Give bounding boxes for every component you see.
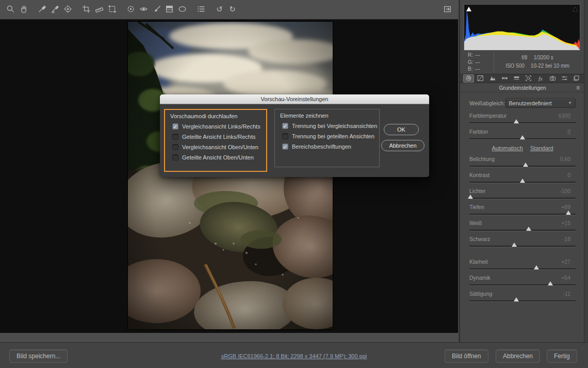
checkbox-checked-icon[interactable]: ✓ (172, 123, 178, 130)
slider-track-exposure[interactable] (469, 166, 576, 167)
open-image-button[interactable]: Bild öffnen (445, 349, 488, 363)
tab-effects[interactable]: fx (535, 74, 546, 83)
color-sampler-tool[interactable] (48, 3, 61, 16)
histogram[interactable] (464, 4, 580, 51)
slider-track-shadows[interactable] (469, 214, 576, 215)
checkbox-label: Geteilte Ansicht Links/Rechts (182, 134, 255, 140)
slider-thumb[interactable] (526, 227, 531, 231)
slider-label: Farbton (469, 129, 488, 135)
checkbox-label: Trennung bei geteilten Ansichten (292, 133, 374, 139)
slider-track-temperature[interactable] (469, 122, 576, 124)
tab-split-toning[interactable] (511, 74, 522, 83)
highlight-clipping-indicator[interactable] (571, 5, 579, 12)
panel-tab-strip: fx (460, 74, 585, 83)
slider-thumb[interactable] (566, 211, 571, 215)
slider-value[interactable]: -100 (559, 188, 571, 195)
preferences-tool[interactable] (194, 3, 207, 16)
checkbox-unchecked-icon[interactable]: ✓ (282, 133, 288, 139)
toggle-fullscreen-button[interactable] (441, 3, 454, 16)
slider-value[interactable]: -18 (562, 236, 571, 243)
spot-removal-tool[interactable] (124, 3, 137, 16)
slider-track-blacks[interactable] (469, 246, 576, 247)
slider-value[interactable]: 0,60 (559, 156, 571, 163)
radial-filter-tool[interactable] (176, 3, 189, 16)
tab-lens-corrections[interactable] (523, 74, 534, 83)
slider-track-contrast[interactable] (469, 182, 576, 183)
crop-tool[interactable] (80, 3, 93, 16)
slider-track-highlights[interactable] (469, 198, 576, 199)
tab-presets[interactable] (559, 74, 570, 83)
white-balance-select[interactable]: Benutzerdefiniert ▼ (505, 98, 576, 108)
shutter-value: 1/3200 s (533, 55, 553, 60)
slider-value[interactable]: 6300 (558, 113, 571, 119)
slider-track-tint[interactable] (469, 138, 576, 140)
slider-thumb[interactable] (523, 163, 528, 167)
checkbox-checked-icon[interactable]: ✓ (282, 123, 288, 129)
slider-thumb[interactable] (514, 297, 519, 301)
slider-value[interactable]: -11 (562, 291, 571, 297)
workflow-options-link[interactable]: sRGB IEC61966-2.1; 8 Bit; 2298 x 3447 (7… (221, 353, 367, 359)
checkbox-split-left-right[interactable]: ✓Geteilte Ansicht Links/Rechts (172, 134, 266, 140)
cancel-button[interactable]: Abbrechen (381, 140, 424, 151)
shadow-clipping-indicator[interactable] (465, 5, 473, 12)
resize-grip-icon[interactable]: ⋰ (581, 345, 586, 350)
checkbox-split-top-bottom[interactable]: ✓Geteilte Ansicht Oben/Unten (172, 154, 266, 161)
tab-detail[interactable] (487, 74, 498, 83)
checkbox-divider-split-views[interactable]: ✓Trennung bei geteilten Ansichten (282, 133, 379, 139)
auto-link[interactable]: Automatisch (492, 145, 523, 151)
targeted-adjustment-tool[interactable] (61, 3, 74, 16)
checkbox-pane-labels[interactable]: ✓Bereichsbeschriftungen (282, 143, 379, 150)
slider-thumb[interactable] (520, 135, 525, 139)
checkbox-unchecked-icon[interactable]: ✓ (172, 134, 178, 140)
slider-value[interactable]: +54 (560, 275, 571, 281)
checkbox-unchecked-icon[interactable]: ✓ (172, 144, 178, 150)
slider-value[interactable]: +89 (560, 204, 571, 211)
slider-label: Kontrast (469, 172, 489, 178)
tab-snapshots[interactable] (571, 74, 582, 83)
rotate-left-tool[interactable]: ↺ (213, 3, 226, 16)
rotate-left-icon: ↺ (216, 6, 223, 13)
zoom-tool[interactable] (4, 3, 17, 16)
done-button[interactable]: Fertig (547, 349, 577, 363)
checkbox-unchecked-icon[interactable]: ✓ (172, 154, 178, 161)
slider-thumb[interactable] (548, 281, 553, 285)
slider-thumb[interactable] (514, 119, 519, 123)
slider-track-clarity[interactable] (469, 268, 576, 270)
slider-thumb[interactable] (512, 243, 517, 247)
checkbox-compare-top-bottom[interactable]: ✓Vergleichsansicht Oben/Unten (172, 144, 266, 150)
slider-value[interactable]: 0 (566, 172, 571, 179)
slider-thumb[interactable] (468, 195, 473, 199)
slider-thumb[interactable] (534, 265, 539, 269)
transform-tool[interactable] (106, 3, 119, 16)
red-eye-tool[interactable] (137, 3, 150, 16)
checkbox-compare-left-right[interactable]: ✓Vergleichsansicht Links/Rechts (172, 123, 266, 130)
tab-hsl-grayscale[interactable] (499, 74, 510, 83)
zoom-tool-icon (6, 5, 15, 14)
tab-basic[interactable] (463, 74, 474, 83)
panel-scrollbar[interactable] (584, 0, 588, 342)
slider-value[interactable]: +15 (560, 220, 571, 227)
default-link[interactable]: Standard (530, 145, 553, 151)
slider-value[interactable]: 0 (566, 129, 571, 135)
straighten-tool[interactable] (93, 3, 106, 16)
hand-tool[interactable] (17, 3, 30, 16)
slider-track-saturation[interactable] (469, 300, 576, 302)
slider-track-vibrance[interactable] (469, 284, 576, 286)
tab-tone-curve[interactable] (475, 74, 486, 83)
slider-row-saturation: Sättigung-11 (469, 291, 571, 297)
slider-thumb[interactable] (520, 179, 525, 183)
white-balance-tool[interactable] (36, 3, 48, 16)
hamburger-menu-icon[interactable]: ≡ (576, 84, 580, 92)
checkbox-divider-compare-views[interactable]: ✓Trennung bei Vergleichsansichten (282, 123, 379, 129)
slider-value[interactable]: +27 (560, 259, 571, 265)
group-title: Vorschaumodi durchlaufen (170, 113, 266, 119)
tab-camera-calibration[interactable] (547, 74, 558, 83)
r-label: R: (468, 52, 475, 59)
adjustment-brush-tool[interactable] (150, 3, 163, 16)
slider-track-whites[interactable] (469, 230, 576, 231)
checkbox-checked-icon[interactable]: ✓ (282, 143, 288, 150)
cancel-button[interactable]: Abbrechen (496, 349, 540, 363)
graduated-filter-tool[interactable] (163, 3, 176, 16)
ok-button[interactable]: OK (384, 124, 419, 135)
rotate-right-tool[interactable]: ↻ (226, 3, 239, 16)
